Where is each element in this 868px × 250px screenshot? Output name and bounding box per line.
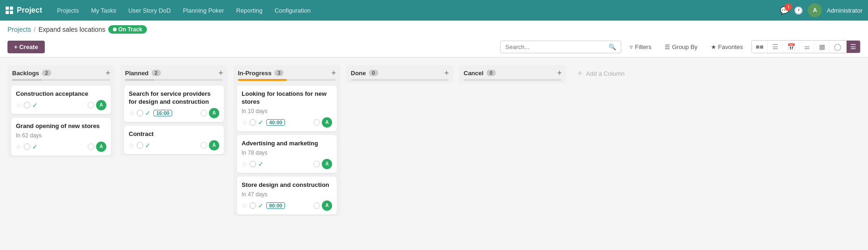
circle-icon[interactable] [24, 102, 30, 108]
col-header-left: Backlogs 2 [12, 70, 51, 77]
card[interactable]: Construction acceptance ☆ ✓ A [11, 86, 111, 114]
col-add-button[interactable]: + [219, 69, 223, 77]
star-icon[interactable]: ☆ [242, 119, 248, 126]
search-input[interactable] [505, 43, 606, 50]
card[interactable]: Search for service providers for design … [124, 86, 224, 122]
activity-view-button[interactable]: ☰ [847, 41, 860, 53]
col-add-button[interactable]: + [106, 69, 110, 77]
card-title: Search for service providers for design … [129, 90, 219, 106]
card-avatar: A [322, 117, 332, 128]
card[interactable]: Looking for locations for new storesIn 1… [237, 86, 337, 131]
nav-item-my-tasks[interactable]: My Tasks [85, 4, 122, 17]
breadcrumb-parent[interactable]: Projects [7, 26, 31, 33]
circle-icon[interactable] [137, 110, 143, 116]
col-add-button[interactable]: + [332, 69, 336, 77]
card-footer: ☆ ✓ A [242, 159, 332, 169]
color-circle[interactable] [313, 119, 320, 126]
toolbar-row: + Create 🔍 ▿ Filters ☰ Group By ★ Favori… [7, 37, 861, 57]
notifications-icon[interactable]: 💬 1 [780, 6, 789, 15]
check-icon[interactable]: ✓ [145, 142, 151, 149]
col-count: 0 [369, 70, 378, 76]
col-header-left: Done 0 [351, 70, 378, 77]
nav-item-projects[interactable]: Projects [51, 4, 84, 17]
color-circle[interactable] [88, 102, 94, 108]
card[interactable]: Advertising and marketingIn 78 days ☆ ✓ … [237, 135, 337, 173]
plus-icon: + [577, 69, 583, 79]
nav-item-planning-poker[interactable]: Planning Poker [177, 4, 229, 17]
create-button[interactable]: + Create [7, 41, 45, 53]
col-progress-bar [12, 79, 110, 81]
col-progress-bar [125, 79, 223, 81]
check-icon[interactable]: ✓ [32, 101, 38, 109]
column-backlogs: Backlogs 2 + Construction acceptance ☆ ✓… [7, 65, 115, 157]
check-icon[interactable]: ✓ [258, 160, 264, 168]
filters-button[interactable]: ▿ Filters [625, 41, 656, 53]
nav-item-reporting[interactable]: Reporting [230, 4, 268, 17]
card-meta: In 47 days [242, 191, 332, 198]
star-icon[interactable]: ☆ [129, 109, 135, 117]
col-progress-fill [125, 79, 154, 81]
card-avatar: A [209, 140, 219, 150]
clock-icon[interactable]: 🕐 [794, 6, 803, 15]
breadcrumb-separator: / [34, 26, 36, 33]
card[interactable]: Grand opening of new storesIn 62 days ☆ … [11, 118, 111, 156]
column-header-cancel: Cancel 0 + [459, 65, 566, 79]
nav-item-user-story-dod[interactable]: User Story DoD [123, 4, 176, 17]
circle-icon[interactable] [137, 142, 143, 149]
subheader: Projects / Expand sales locations On Tra… [0, 21, 868, 57]
col-progress-fill [12, 79, 42, 81]
add-column-button[interactable]: + Add a Column [572, 65, 646, 82]
groupby-button[interactable]: ☰ Group By [660, 41, 702, 53]
color-circle[interactable] [313, 161, 320, 167]
chart-view-button[interactable]: ▩ [815, 41, 829, 53]
calendar-view-button[interactable]: 📅 [784, 41, 799, 53]
col-title: Planned [125, 70, 149, 77]
card-avatar: A [96, 142, 106, 152]
circle-icon[interactable] [250, 202, 256, 209]
favorites-button[interactable]: ★ Favorites [706, 41, 748, 53]
table-view-button[interactable]: ⚌ [800, 41, 814, 53]
pivot-view-button[interactable]: ◯ [830, 41, 846, 53]
user-avatar[interactable]: A [808, 3, 822, 17]
circle-icon[interactable] [24, 143, 30, 150]
col-count: 0 [486, 70, 496, 76]
circle-icon[interactable] [250, 161, 256, 167]
check-icon[interactable]: ✓ [145, 109, 151, 117]
column-cancel: Cancel 0 + [459, 65, 566, 84]
card[interactable]: Store design and constructionIn 47 days … [237, 177, 337, 214]
color-circle[interactable] [201, 142, 207, 149]
check-icon[interactable]: ✓ [32, 143, 38, 150]
kanban-view-button[interactable]: ■■ [752, 41, 768, 53]
col-add-button[interactable]: + [557, 69, 562, 77]
color-circle[interactable] [201, 110, 207, 116]
card-meta: In 62 days [16, 132, 106, 139]
nav-item-configuration[interactable]: Configuration [269, 4, 316, 17]
card-title: Construction acceptance [16, 90, 106, 98]
color-circle[interactable] [88, 143, 94, 150]
card-footer: ☆ ✓ 16:00 A [129, 108, 219, 118]
col-add-button[interactable]: + [444, 69, 449, 77]
card[interactable]: Contract ☆ ✓ A [124, 126, 224, 154]
star-icon[interactable]: ☆ [242, 202, 248, 209]
col-progress-fill [238, 79, 287, 81]
brand-logo[interactable]: Project [6, 6, 42, 14]
col-title: In-Progress [238, 70, 271, 77]
star-icon[interactable]: ☆ [16, 101, 22, 109]
col-title: Cancel [464, 70, 484, 77]
card-footer: ☆ ✓ A [16, 142, 106, 152]
star-icon[interactable]: ☆ [242, 160, 248, 168]
circle-icon[interactable] [250, 119, 256, 126]
star-icon[interactable]: ☆ [16, 143, 22, 150]
check-icon[interactable]: ✓ [258, 119, 264, 126]
col-header-left: In-Progress 3 [238, 70, 284, 77]
card-footer: ☆ ✓ 80:00 A [242, 200, 332, 211]
filter-icon: ▿ [630, 43, 633, 50]
column-inprogress: In-Progress 3 + Looking for locations fo… [233, 65, 340, 216]
column-header-backlogs: Backlogs 2 + [7, 65, 115, 79]
list-view-button[interactable]: ☰ [769, 41, 783, 53]
color-circle[interactable] [313, 202, 320, 209]
card-avatar: A [96, 100, 106, 110]
time-tag: 80:00 [266, 202, 285, 209]
star-icon[interactable]: ☆ [129, 142, 135, 149]
check-icon[interactable]: ✓ [258, 202, 264, 209]
